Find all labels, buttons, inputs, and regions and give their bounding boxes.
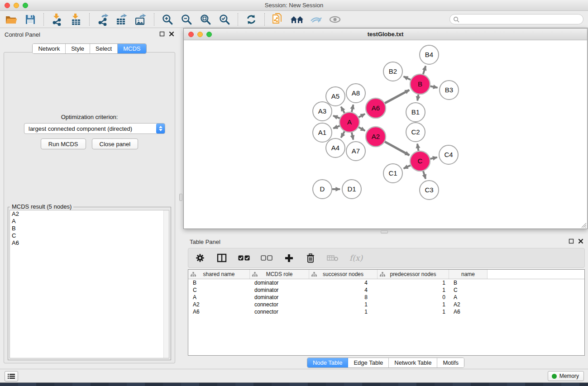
run-mcds-button[interactable]: Run MCDS — [41, 138, 86, 149]
zoom-in-button[interactable] — [160, 12, 175, 27]
graph-edge-A-A5[interactable] — [341, 107, 344, 113]
show-graphics-details-button[interactable] — [308, 12, 324, 27]
close-panel-icon[interactable] — [578, 238, 583, 244]
table-cell: dominator — [250, 279, 309, 286]
zoom-selected-button[interactable] — [217, 12, 232, 27]
network-from-selection-button[interactable] — [270, 12, 286, 27]
graph-edge-A-A3[interactable] — [333, 116, 340, 119]
close-panel-button[interactable]: Close panel — [92, 138, 139, 149]
export-network-button[interactable] — [95, 12, 110, 27]
home-button[interactable] — [289, 12, 305, 27]
eye-icon — [328, 14, 342, 25]
table-row[interactable]: Bdominator41B — [188, 279, 584, 286]
add-column-button[interactable] — [283, 251, 294, 265]
graph-edge-A-A7[interactable] — [352, 132, 354, 139]
search-input[interactable] — [449, 14, 583, 24]
search-container — [449, 14, 583, 24]
mcds-result-item[interactable]: A — [10, 218, 169, 225]
table-settings-button[interactable] — [195, 251, 206, 265]
table-cell: A — [449, 294, 488, 301]
function-builder-button[interactable]: f(x) — [349, 251, 363, 265]
graph-edge-B-B4[interactable] — [423, 66, 426, 74]
column-header-predecessor-nodes[interactable]: predecessor nodes — [378, 270, 449, 279]
graph-node-label: A7 — [352, 147, 360, 155]
graph-edge-C-C4[interactable] — [430, 157, 437, 159]
graph-edge-C-C1[interactable] — [404, 165, 411, 168]
mcds-result-item[interactable]: A2 — [10, 210, 169, 218]
graph-node-label: D1 — [347, 185, 356, 193]
mcds-result-item[interactable]: C — [10, 232, 169, 239]
tab-motifs[interactable]: Motifs — [437, 358, 464, 367]
tab-node-table[interactable]: Node Table — [307, 358, 349, 367]
toggle-columns-button[interactable] — [216, 251, 227, 265]
column-header-successor-nodes[interactable]: successor nodes — [309, 270, 378, 279]
zoom-out-button[interactable] — [179, 12, 194, 27]
export-table-button[interactable] — [114, 12, 129, 27]
graph-node-label: C1 — [388, 169, 397, 177]
table-row[interactable]: A2connector11A2 — [188, 301, 584, 308]
graph-edge-A-A6[interactable] — [359, 114, 365, 117]
toggle-bird-view-button[interactable] — [327, 12, 343, 27]
import-table-icon — [70, 13, 82, 26]
table-row[interactable]: A6connector11A6 — [188, 308, 584, 315]
float-panel-icon[interactable] — [159, 31, 165, 37]
graph-edge-A6-B[interactable] — [385, 90, 409, 103]
optimization-dropdown[interactable]: largest connected component (directed) — [24, 123, 165, 134]
network-canvas[interactable]: B4B2BB3A5A8A6B1A3AC2A1A2A4A7C4CC1C3DD1 — [184, 40, 587, 229]
table-cell: 1 — [378, 286, 449, 294]
graph-node-label: A4 — [331, 144, 339, 152]
graph-edge-A2-C[interactable] — [385, 142, 409, 155]
eye-slash-icon — [309, 14, 323, 25]
graph-edge-C-C3[interactable] — [423, 171, 425, 179]
column-header-mcds-role[interactable]: MCDS role — [250, 270, 309, 279]
split-divider-handle[interactable] — [179, 194, 182, 201]
zoom-out-icon — [181, 14, 192, 25]
float-panel-icon[interactable] — [569, 238, 574, 244]
column-header-shared-name[interactable]: shared name — [188, 270, 250, 279]
delete-table-button[interactable] — [327, 251, 339, 265]
select-all-button[interactable] — [238, 251, 250, 265]
status-bar: Memory — [0, 369, 588, 382]
graph-edge-B-B2[interactable] — [404, 76, 411, 80]
graph-edge-C-C2[interactable] — [417, 144, 418, 151]
tab-network-table[interactable]: Network Table — [389, 358, 437, 367]
tab-edge-table[interactable]: Edge Table — [348, 358, 389, 367]
column-header-name[interactable]: name — [449, 270, 488, 279]
mcds-result-item[interactable]: A6 — [10, 239, 169, 247]
graph-node-label: C2 — [411, 128, 420, 136]
tab-network[interactable]: Network — [33, 44, 66, 53]
graph-node-label: B3 — [445, 86, 453, 94]
delete-column-button[interactable] — [305, 251, 316, 265]
resize-grip-icon[interactable] — [580, 222, 587, 228]
save-session-button[interactable] — [23, 12, 38, 27]
table-row[interactable]: Cdominator41C — [188, 286, 584, 294]
table-row[interactable]: Adominator80A — [188, 294, 584, 301]
graph-edge-A-A1[interactable] — [333, 126, 339, 128]
import-table-button[interactable] — [68, 12, 84, 27]
tab-select[interactable]: Select — [90, 44, 118, 53]
mcds-result-item[interactable]: B — [10, 225, 169, 232]
save-icon — [25, 14, 36, 25]
close-panel-icon[interactable] — [169, 31, 174, 37]
dropdown-value: largest connected component (directed) — [24, 125, 156, 132]
tab-style[interactable]: Style — [66, 44, 90, 53]
graph-edge-B-B1[interactable] — [417, 95, 418, 101]
open-session-button[interactable] — [4, 12, 19, 27]
zoom-fit-button[interactable] — [198, 12, 213, 27]
export-image-button[interactable] — [133, 12, 148, 27]
graph-edge-A-A8[interactable] — [352, 105, 354, 112]
result-scrollbar[interactable] — [163, 210, 169, 358]
graph-edge-A-A4[interactable] — [341, 131, 344, 138]
window-title: Session: New Session — [0, 2, 588, 9]
table-cell: B — [449, 279, 488, 286]
task-history-button[interactable] — [5, 371, 18, 381]
import-network-button[interactable] — [49, 12, 65, 27]
memory-button[interactable]: Memory — [548, 371, 584, 381]
deselect-all-button[interactable] — [261, 251, 272, 265]
zoom-selected-icon — [219, 14, 230, 25]
graph-edge-A-A2[interactable] — [359, 127, 365, 131]
tab-mcds[interactable]: MCDS — [118, 44, 146, 53]
split-divider-handle[interactable] — [381, 230, 388, 234]
refresh-layout-button[interactable] — [244, 12, 259, 27]
graph-edge-B-B3[interactable] — [430, 86, 438, 88]
